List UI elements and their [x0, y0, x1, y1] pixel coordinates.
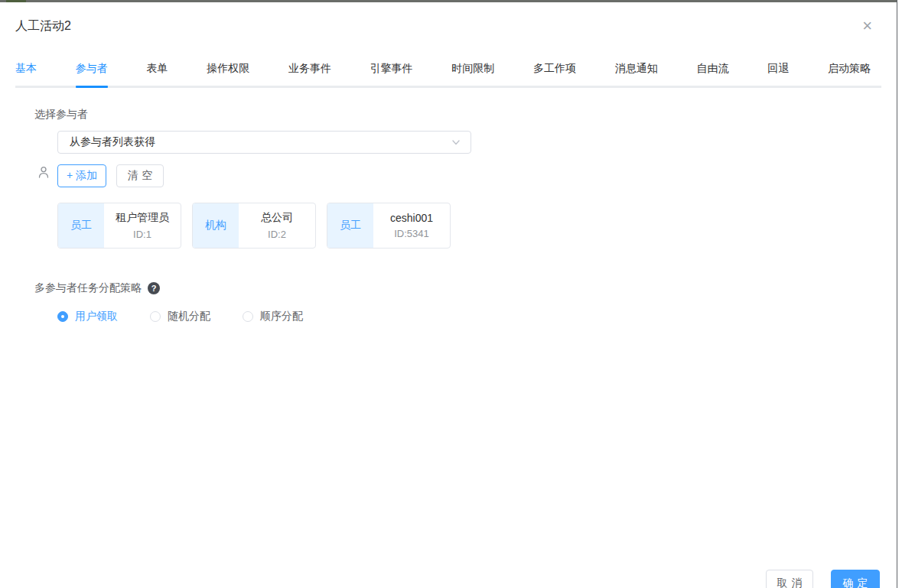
clear-participants-button[interactable]: 清空: [116, 164, 164, 187]
person-icon: [37, 166, 50, 179]
participant-card-body: ceshi001 ID:5341: [373, 203, 450, 248]
tab-time-limit[interactable]: 时间限制: [451, 62, 494, 86]
tab-participants[interactable]: 参与者: [76, 62, 108, 86]
tab-multi-workitem[interactable]: 多工作项: [533, 62, 576, 86]
strategy-radio-group: 用户领取 随机分配 顺序分配: [57, 310, 862, 323]
tab-free-flow[interactable]: 自由流: [696, 62, 728, 86]
participant-card-list: 员工 租户管理员 ID:1 机构 总公司 ID:2 员工 ceshi001 ID…: [57, 203, 862, 249]
tab-business-events[interactable]: 业务事件: [288, 62, 331, 86]
chevron-down-icon: [451, 137, 461, 148]
participant-type-badge: 机构: [193, 203, 239, 248]
radio-label: 随机分配: [168, 310, 210, 323]
participant-card[interactable]: 机构 总公司 ID:2: [192, 203, 316, 249]
dialog-title: 人工活动2: [15, 18, 881, 34]
tab-message-notification[interactable]: 消息通知: [615, 62, 658, 86]
tab-form[interactable]: 表单: [146, 62, 168, 86]
participant-toolbar: + 添加 清空: [57, 164, 862, 187]
radio-random-assign[interactable]: 随机分配: [150, 310, 210, 323]
page-right-border: [897, 0, 897, 588]
tab-rollback[interactable]: 回退: [767, 62, 789, 86]
participant-name: 租户管理员: [116, 211, 169, 225]
cancel-button[interactable]: 取消: [766, 570, 813, 588]
participant-name: ceshi001: [390, 212, 433, 224]
participant-id: ID:2: [268, 229, 286, 240]
participant-id: ID:1: [133, 229, 151, 240]
activity-config-dialog: 人工活动2 × 基本 参与者 表单 操作权限 业务事件 引擎事件 时间限制 多工…: [0, 2, 897, 588]
select-participant-label: 选择参与者: [34, 108, 862, 122]
participant-card-body: 租户管理员 ID:1: [104, 203, 181, 248]
tab-operation-permissions[interactable]: 操作权限: [207, 62, 249, 86]
strategy-label-row: 多参与者任务分配策略 ?: [34, 281, 862, 295]
dialog-footer: 取消 确定: [766, 570, 880, 588]
tab-engine-events[interactable]: 引擎事件: [370, 62, 413, 86]
help-icon[interactable]: ?: [148, 282, 160, 294]
radio-label: 顺序分配: [260, 310, 303, 323]
participant-name: 总公司: [261, 211, 293, 225]
radio-label: 用户领取: [75, 310, 118, 323]
participant-type-badge: 员工: [58, 203, 104, 248]
tab-bar: 基本 参与者 表单 操作权限 业务事件 引擎事件 时间限制 多工作项 消息通知 …: [15, 62, 881, 88]
radio-user-claim[interactable]: 用户领取: [57, 310, 118, 323]
participant-card[interactable]: 员工 租户管理员 ID:1: [57, 203, 181, 249]
tab-panel-participants: 选择参与者 从参与者列表获得 + 添加 清空 员工 租户管理员 ID:1: [0, 88, 897, 323]
radio-dot-icon: [243, 311, 253, 322]
participant-id: ID:5341: [394, 228, 429, 239]
participant-card-body: 总公司 ID:2: [239, 203, 315, 248]
add-participant-button[interactable]: + 添加: [57, 164, 106, 187]
close-icon[interactable]: ×: [862, 18, 872, 34]
participant-card[interactable]: 员工 ceshi001 ID:5341: [327, 203, 451, 249]
tab-start-strategy[interactable]: 启动策略: [828, 62, 871, 86]
participant-type-badge: 员工: [327, 203, 373, 248]
radio-dot-icon: [57, 311, 68, 322]
dialog-header: 人工活动2: [0, 2, 897, 34]
strategy-label: 多参与者任务分配策略: [34, 281, 142, 295]
participant-source-select[interactable]: 从参与者列表获得: [57, 131, 471, 154]
radio-dot-icon: [150, 311, 161, 322]
participant-source-value: 从参与者列表获得: [70, 135, 155, 149]
radio-sequential-assign[interactable]: 顺序分配: [243, 310, 303, 323]
tab-basic[interactable]: 基本: [15, 62, 37, 86]
confirm-button[interactable]: 确定: [831, 570, 880, 588]
